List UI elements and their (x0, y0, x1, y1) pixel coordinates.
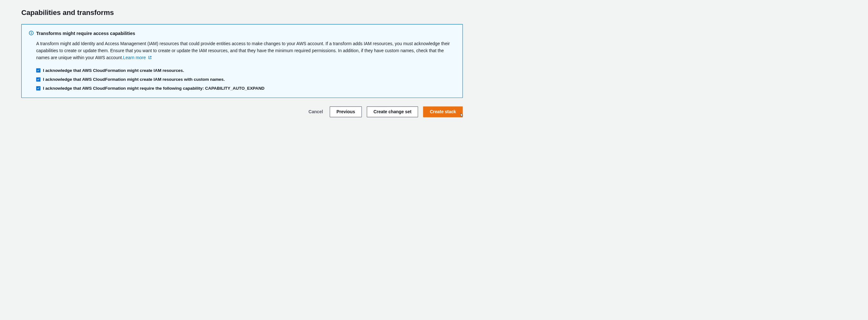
checkbox-label: I acknowledge that AWS CloudFormation mi… (43, 68, 184, 73)
acknowledgement-item: I acknowledge that AWS CloudFormation mi… (36, 77, 455, 83)
info-alert-description: A transform might add Identity and Acces… (36, 40, 455, 61)
previous-button[interactable]: Previous (330, 106, 362, 117)
info-alert: Transforms might require access capabili… (21, 24, 463, 98)
checkbox-label: I acknowledge that AWS CloudFormation mi… (43, 86, 265, 91)
cancel-button[interactable]: Cancel (307, 107, 325, 117)
acknowledgement-item: I acknowledge that AWS CloudFormation mi… (36, 68, 455, 73)
info-content: Transforms might require access capabili… (36, 30, 455, 91)
checkbox-capability-auto-expand[interactable] (36, 86, 40, 90)
svg-rect-2 (31, 32, 31, 32)
learn-more-link[interactable]: Learn more (123, 55, 152, 60)
create-stack-button[interactable]: Create stack (423, 106, 463, 117)
create-change-set-button[interactable]: Create change set (367, 106, 418, 117)
checkbox-iam-resources[interactable] (36, 68, 40, 72)
external-link-icon (148, 54, 152, 61)
acknowledgement-item: I acknowledge that AWS CloudFormation mi… (36, 86, 455, 91)
info-alert-description-text: A transform might add Identity and Acces… (36, 41, 450, 60)
svg-rect-1 (31, 32, 31, 34)
info-icon (29, 31, 34, 36)
checkbox-iam-custom-names[interactable] (36, 77, 40, 82)
info-alert-title: Transforms might require access capabili… (36, 30, 455, 37)
acknowledgement-list: I acknowledge that AWS CloudFormation mi… (36, 68, 455, 91)
learn-more-label: Learn more (123, 55, 146, 60)
capabilities-section: Capabilities and transforms Transforms m… (0, 0, 484, 124)
wizard-footer-buttons: Cancel Previous Create change set Create… (21, 106, 463, 117)
checkbox-label: I acknowledge that AWS CloudFormation mi… (43, 77, 225, 83)
section-title: Capabilities and transforms (21, 7, 463, 18)
